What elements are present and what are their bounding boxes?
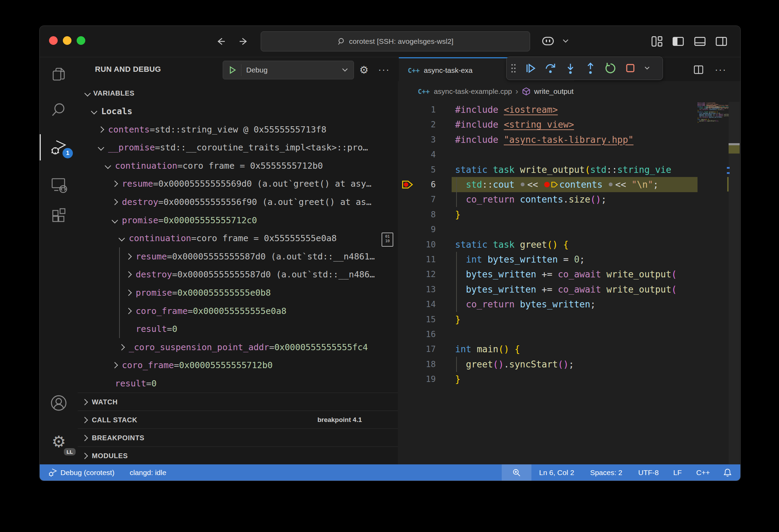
variable-row[interactable]: coro_frame = 0x000055555555e0a8	[78, 302, 398, 320]
variable-row[interactable]: continuation = coro frame = 0x55555555e0…	[78, 229, 398, 247]
section-breakpoints[interactable]: BREAKPOINTS	[78, 428, 398, 447]
indentation-item[interactable]: Spaces: 2	[585, 464, 627, 481]
code-line[interactable]: 9	[398, 222, 698, 237]
code-line[interactable]: 18 greet().syncStart();	[398, 357, 698, 372]
line-number[interactable]: 10	[398, 237, 436, 252]
inline-breakpoint-candidate-icon[interactable]	[521, 183, 525, 186]
variable-row[interactable]: promise = 0x00005555555712c0	[78, 211, 398, 229]
variable-row[interactable]: result = 0	[78, 374, 398, 393]
breadcrumb-file[interactable]: async-task-example.cpp	[434, 87, 512, 96]
code-line[interactable]: 11 int bytes_written = 0;	[398, 252, 698, 267]
chevron-down-icon[interactable]	[91, 108, 97, 114]
chevron-down-icon[interactable]	[98, 144, 104, 150]
start-debugging-icon[interactable]	[228, 66, 237, 75]
variable-row[interactable]: __promise = std::__coroutine_traits_impl…	[78, 138, 398, 157]
minimize-window-button[interactable]	[63, 36, 71, 45]
chevron-down-icon[interactable]	[112, 217, 118, 223]
code-line[interactable]: 1#include <iostream>	[398, 102, 698, 117]
code-line[interactable]: 6 std::cout << contents << "\n";	[398, 177, 698, 192]
extensions-icon[interactable]	[40, 199, 78, 232]
line-number[interactable]: 12	[398, 267, 436, 282]
variable-row[interactable]: continuation = coro frame = 0x5555555712…	[78, 157, 398, 175]
step-over-button[interactable]	[540, 59, 560, 78]
close-window-button[interactable]	[49, 36, 58, 45]
chevron-right-icon[interactable]	[125, 253, 132, 259]
forward-icon[interactable]	[238, 36, 249, 47]
code-line[interactable]: 8}	[398, 207, 698, 222]
section-modules[interactable]: MODULES	[78, 446, 398, 464]
zoom-indicator[interactable]	[502, 464, 531, 481]
debug-status-item[interactable]: Debug (corotest)	[40, 464, 119, 481]
code-line[interactable]: 19}	[398, 372, 698, 387]
search-sidebar-icon[interactable]	[40, 93, 78, 126]
copilot-icon[interactable]	[541, 35, 555, 47]
configure-gear-icon[interactable]: ⚙	[356, 61, 372, 79]
variable-row[interactable]: _coro_suspension_point_addr = 0x00005555…	[78, 338, 398, 356]
breakpoint-stackframe-icon[interactable]	[401, 178, 414, 191]
variable-row[interactable]: resume = 0x00005555555587d0 (a.out`std::…	[78, 247, 398, 266]
minimap[interactable]: #include <iostream>#include <string_view…	[698, 102, 729, 123]
split-editor-icon[interactable]	[692, 63, 705, 77]
code-line[interactable]: 3#include "async-task-library.hpp"	[398, 132, 698, 147]
account-icon[interactable]	[40, 386, 78, 420]
variable-row[interactable]: coro_frame = 0x00005555555712b0	[78, 356, 398, 374]
line-number[interactable]: 9	[398, 222, 436, 237]
continue-button[interactable]	[520, 59, 540, 78]
line-number[interactable]: 7	[398, 192, 436, 207]
line-number[interactable]: 14	[398, 297, 436, 312]
variable-row[interactable]: result = 0	[78, 320, 398, 338]
stop-button[interactable]	[621, 59, 641, 78]
variable-row[interactable]: resume = 0x00005555555569d0 (a.out`greet…	[78, 175, 398, 193]
variable-row[interactable]: promise = 0x000055555555e0b8	[78, 284, 398, 302]
chevron-right-icon[interactable]	[112, 181, 118, 187]
eol-item[interactable]: LF	[669, 464, 687, 481]
run-and-debug-icon[interactable]: 1	[40, 131, 78, 164]
chevron-right-icon[interactable]	[125, 308, 132, 314]
restart-button[interactable]	[600, 59, 621, 78]
line-number[interactable]: 1	[398, 102, 436, 117]
line-number[interactable]: 15	[398, 312, 436, 327]
editor-more-actions-icon[interactable]: ···	[714, 63, 728, 77]
code-line[interactable]: 17int main() {	[398, 342, 698, 357]
launch-config-dropdown[interactable]: Debug	[223, 61, 354, 79]
step-into-button[interactable]	[560, 59, 580, 78]
step-out-button[interactable]	[580, 59, 600, 78]
code-line[interactable]: 12 bytes_written += co_await write_outpu…	[398, 267, 698, 282]
code-line[interactable]: 15}	[398, 312, 698, 327]
copilot-chevron-down-icon[interactable]	[562, 38, 569, 44]
chevron-down-icon[interactable]	[105, 162, 111, 169]
line-number[interactable]: 19	[398, 372, 436, 387]
variable-row[interactable]: Locals	[78, 102, 398, 120]
toggle-primary-sidebar-icon[interactable]	[672, 35, 685, 48]
code-line[interactable]: 7 co_return contents.size();	[398, 192, 698, 207]
line-number[interactable]: 13	[398, 282, 436, 297]
code-line[interactable]: 16	[398, 327, 698, 342]
inline-breakpoint-candidate-icon[interactable]	[609, 183, 613, 186]
toolbar-gripper-icon[interactable]	[507, 59, 520, 78]
variable-row[interactable]: destroy = 0x0000555555556f90 (a.out`gree…	[78, 193, 398, 211]
code-line[interactable]: 13 bytes_written += co_await write_outpu…	[398, 282, 698, 297]
view-binary-icon[interactable]: 01 10	[382, 233, 393, 247]
section-call-stack[interactable]: CALL STACKbreakpoint 4.1	[78, 411, 398, 429]
chevron-right-icon[interactable]	[112, 199, 118, 205]
line-number[interactable]: 5	[398, 162, 436, 177]
customize-layout-icon[interactable]	[650, 35, 663, 48]
settings-gear-icon[interactable]: ⚙ LL	[40, 425, 78, 458]
zoom-window-button[interactable]	[77, 36, 85, 45]
code-line[interactable]: 4	[398, 147, 698, 162]
chevron-right-icon[interactable]	[112, 362, 118, 368]
chevron-right-icon[interactable]	[125, 272, 132, 278]
code-line[interactable]: 2#include <string_view>	[398, 117, 698, 132]
views-more-icon[interactable]: ···	[375, 61, 393, 79]
code-area[interactable]: 1#include <iostream>2#include <string_vi…	[398, 102, 740, 464]
chevron-right-icon[interactable]	[118, 344, 125, 350]
breadcrumb-symbol[interactable]: write_output	[534, 87, 574, 96]
variable-row[interactable]: contents = std::string_view @ 0x55555557…	[78, 120, 398, 139]
clangd-status-item[interactable]: clangd: idle	[125, 464, 171, 481]
encoding-item[interactable]: UTF-8	[633, 464, 664, 481]
cursor-position-item[interactable]: Ln 6, Col 2	[534, 464, 579, 481]
inline-breakpoint-icon[interactable]	[544, 182, 550, 187]
remote-explorer-icon[interactable]	[40, 168, 78, 201]
language-mode-item[interactable]: C++	[691, 464, 715, 481]
chevron-right-icon[interactable]	[98, 126, 104, 132]
